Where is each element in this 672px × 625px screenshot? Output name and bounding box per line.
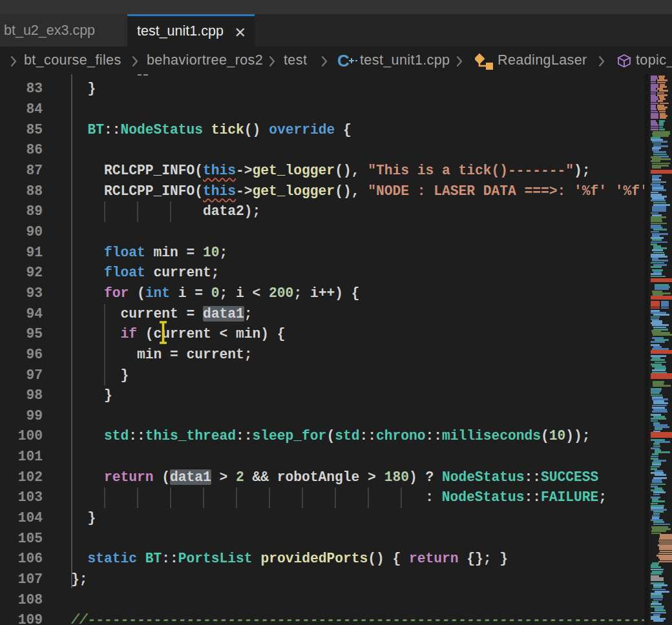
- svg-text:C: C: [337, 51, 350, 70]
